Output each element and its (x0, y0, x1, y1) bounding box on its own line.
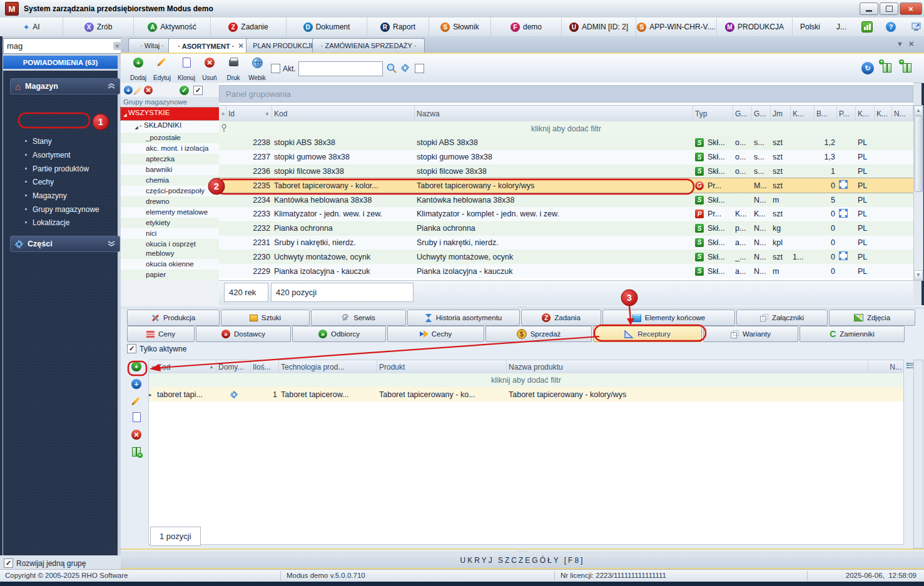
tab-zdjecia[interactable]: Zdjęcia (829, 310, 915, 326)
menu-item-produkcja[interactable]: MPRODUKCJA (717, 18, 793, 36)
tab-list-dropdown-icon[interactable]: ▼ (896, 40, 903, 48)
settings-gear-icon[interactable] (401, 64, 409, 72)
menu-item-language[interactable]: Polski (793, 18, 828, 36)
sidebar-item-magazyny[interactable]: Magazyny (10, 189, 139, 202)
tab-ceny[interactable]: Ceny (127, 326, 195, 342)
expand-icon[interactable] (839, 180, 848, 189)
expand-icon[interactable] (839, 209, 848, 218)
scroll-thumb[interactable] (915, 116, 923, 192)
tab-bar-close-icon[interactable]: ✕ (908, 40, 914, 48)
close-button[interactable]: ✕ (900, 3, 922, 15)
column-typ[interactable]: Typ (693, 106, 733, 122)
sidebar-item-cechy[interactable]: Cechy (10, 175, 139, 188)
column-ilosc[interactable]: Iloś... (251, 360, 279, 373)
tree-item[interactable]: okucia i osprzęt meblowy (121, 239, 219, 259)
search-icon[interactable] (386, 63, 397, 74)
quick-search-input[interactable] (298, 61, 383, 76)
sidebar-item-stany[interactable]: Stany (10, 134, 139, 148)
table-row[interactable]: 2237stopki gumowe 38x38stopki gumowe 38x… (219, 150, 913, 164)
column-g2[interactable]: G... (752, 106, 771, 122)
minimize-button[interactable] (860, 3, 878, 15)
sidebar-item-lokalizacje[interactable]: Lokalizacje (10, 216, 139, 229)
tree-add-icon[interactable]: + (124, 86, 133, 94)
webik-button[interactable]: Webik (245, 56, 270, 83)
tab-dostawcy[interactable]: »Dostawcy (196, 326, 291, 342)
sidebar-item-asortyment[interactable]: Asortyment (10, 148, 139, 161)
tab-historia[interactable]: Historia asortymentu (407, 310, 520, 326)
refresh-icon[interactable]: ↻ (861, 62, 874, 74)
tree-item[interactable]: elementy metalowe (121, 207, 219, 218)
tab-asortyment[interactable]: · ASORTYMENT ·✕ (168, 38, 253, 53)
column-n[interactable]: N... (868, 360, 903, 373)
maximize-button[interactable] (880, 3, 898, 15)
akt-checkbox[interactable] (271, 64, 280, 73)
tab-warianty[interactable]: Warianty (703, 326, 798, 342)
tab-odbiorcy[interactable]: »Odbiorcy (292, 326, 386, 342)
column-domyslny[interactable]: Domy... (216, 360, 251, 373)
tree-item[interactable]: barwniki (121, 164, 219, 175)
toolbar-checkbox[interactable] (415, 64, 424, 73)
detail-filter-row[interactable]: kliknij aby dodać filtr (149, 373, 903, 388)
edit-button[interactable]: Edytuj (150, 56, 175, 83)
tree-item[interactable]: apteczka (121, 154, 219, 164)
filter-row[interactable]: kliknij aby dodać filtr (219, 121, 913, 136)
only-active-checkbox[interactable]: ✓ (127, 344, 136, 353)
menu-item-j[interactable]: J... (828, 18, 855, 36)
column-id[interactable]: Id▼ (226, 106, 272, 122)
column-nazwa-produktu[interactable]: Nazwa produktu (507, 360, 868, 373)
tab-produkcja[interactable]: Produkcja (127, 310, 220, 326)
column-nazwa[interactable]: Nazwa (415, 106, 693, 122)
table-row[interactable]: 2231Śruby i nakrętki, nierdz.Śruby i nak… (219, 236, 913, 250)
tab-close-icon[interactable]: ✕ (238, 42, 243, 50)
detail-table-row[interactable]: ▸ taboret tapi... 1 Taboret tapicerow...… (149, 387, 903, 402)
tab-sprzedaz[interactable]: $Sprzedaż (485, 326, 592, 342)
column-k1[interactable]: K... (791, 106, 815, 122)
sidebar-item-partie[interactable]: Partie produktów (10, 162, 139, 175)
table-row[interactable]: 2229Pianka izolacyjna - kauczukPianka iz… (219, 264, 913, 278)
detail-add2-icon[interactable]: + (131, 379, 141, 389)
add-button[interactable]: +Dodaj (126, 56, 151, 83)
detail-add-icon[interactable]: + (131, 361, 141, 371)
detail-column-add-icon[interactable]: + (132, 447, 141, 457)
tree-item-wszystkie[interactable]: ◢WSZYSTKIE (121, 108, 219, 120)
sidebar-section-magazyn[interactable]: ⌂ Magazyn (10, 78, 120, 94)
tab-zamowienia[interactable]: · ZAMÓWIENIA SPRZEDAŻY · (312, 38, 425, 53)
menu-item-admin[interactable]: UADMIN [ID: 2] (562, 18, 636, 36)
tab-zamienniki[interactable]: CZamienniki (800, 326, 905, 342)
expander-icon[interactable]: ◢ (122, 108, 128, 119)
menu-item-dokument[interactable]: DDokument (287, 18, 367, 36)
menu-item-remote[interactable] (903, 18, 924, 36)
tree-item[interactable]: nici (121, 228, 219, 239)
tree-item[interactable]: okucia okienne (121, 259, 219, 270)
tab-zalaczniki[interactable]: Załączniki (736, 310, 828, 326)
tab-serwis[interactable]: Serwis (311, 310, 406, 326)
column-k3[interactable]: K... (875, 106, 892, 122)
column-n[interactable]: N... (892, 106, 913, 122)
tree-item[interactable]: chemia (121, 175, 219, 186)
column-k2[interactable]: K... (856, 106, 875, 122)
hide-details-button[interactable]: UKRYJ SZCZEGÓŁY [F8] (121, 553, 924, 568)
scroll-down-icon[interactable]: ▼ (914, 270, 923, 280)
detail-scrollbar[interactable] (913, 360, 923, 548)
column-b[interactable]: B... (815, 106, 837, 122)
main-grid-scrollbar[interactable]: ▲ ▼ (913, 105, 923, 281)
detail-copy-icon[interactable] (133, 412, 141, 422)
tree-item-skladniki[interactable]: ◢- SKŁADNIKI (121, 120, 219, 133)
column-g1[interactable]: G... (733, 106, 752, 122)
tree-checkbox[interactable]: ✓ (193, 86, 203, 95)
table-row[interactable]: 2232Pianka ochronnaPianka ochronnaSSkł..… (219, 221, 913, 236)
only-active-toggle[interactable]: ✓ Tylko aktywne (127, 344, 186, 353)
menu-item-zrob[interactable]: XZrób (63, 18, 134, 36)
tree-delete-icon[interactable]: ✕ (144, 86, 153, 94)
tab-zadania[interactable]: ZZadania (521, 310, 601, 326)
delete-button[interactable]: ✕Usuń (197, 56, 222, 83)
tab-cechy[interactable]: Cechy (387, 326, 484, 342)
tree-item[interactable]: części-podzespoły (121, 186, 219, 196)
detail-delete-icon[interactable]: ✕ (131, 430, 141, 440)
column-jm[interactable]: Jm (771, 106, 791, 122)
sidebar-item-grupy[interactable]: Grupy magazynowe (10, 203, 139, 216)
column-kod[interactable]: Kod▲ (155, 360, 216, 373)
menu-item-station[interactable]: SAPP-WIN-CHR-V.... (636, 18, 717, 36)
table-row[interactable]: 2230Uchwyty montażowe, ocynkUchwyty mont… (219, 250, 913, 264)
expand-group-checkbox[interactable]: ✓ (4, 558, 13, 568)
